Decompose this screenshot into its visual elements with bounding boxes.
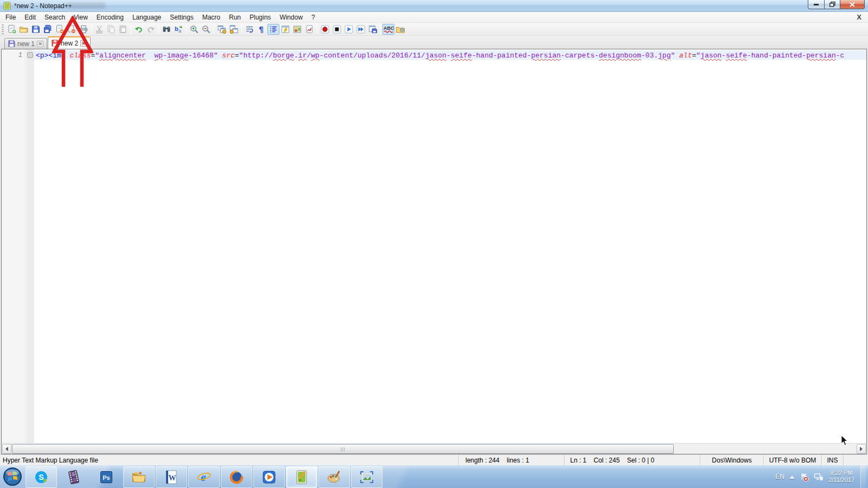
line-number: 1 (2, 52, 22, 59)
start-record-macro-button[interactable] (319, 24, 331, 35)
close-button[interactable] (840, 0, 865, 9)
find-button[interactable] (161, 24, 173, 35)
menu-help[interactable]: ? (307, 12, 320, 22)
sync-vertical-scroll-button[interactable] (216, 24, 228, 35)
open-file-button[interactable] (18, 24, 30, 35)
document-list-button[interactable] (303, 24, 315, 35)
show-all-characters-button[interactable]: ¶ (256, 24, 267, 35)
zoom-in-button[interactable] (188, 24, 200, 35)
playback-macro-button[interactable] (343, 24, 355, 35)
screenshot-tool-icon (359, 469, 375, 485)
menu-window[interactable]: Window (275, 12, 307, 22)
taskbar-word-button[interactable]: W (156, 466, 187, 488)
menu-edit[interactable]: Edit (20, 12, 40, 22)
word-wrap-button[interactable] (244, 24, 256, 35)
status-length-info: length : 244 lines : 1 (458, 455, 564, 465)
scroll-right-button[interactable] (857, 444, 866, 454)
menu-encoding[interactable]: Encoding (92, 12, 128, 22)
redo-button[interactable] (145, 24, 157, 35)
status-line-ending[interactable]: Dos\Windows (700, 455, 763, 465)
status-insert-mode[interactable]: INS (821, 455, 843, 465)
language-indicator[interactable]: EN (775, 473, 784, 480)
document-list-icon (304, 24, 314, 34)
cut-button[interactable] (93, 24, 105, 35)
skype-icon: S (33, 469, 49, 485)
taskbar-paint-button[interactable] (318, 466, 350, 488)
action-center-flag-icon[interactable] (800, 472, 809, 481)
menu-search[interactable]: Search (40, 12, 69, 22)
undo-button[interactable] (133, 24, 145, 35)
menu-bar: File Edit Search View Encoding Language … (0, 12, 868, 23)
menu-view[interactable]: View (69, 12, 92, 22)
document-map-button[interactable] (291, 24, 303, 35)
minimize-button[interactable] (808, 0, 825, 9)
menu-macro[interactable]: Macro (198, 12, 225, 22)
network-icon[interactable] (814, 472, 824, 481)
taskbar-explorer-button[interactable] (123, 466, 155, 488)
tab-close-icon[interactable]: ✕ (37, 41, 43, 47)
taskbar-notepad-plus-plus-button[interactable] (286, 466, 317, 488)
toolbar-separator (158, 24, 159, 34)
menu-plugins[interactable]: Plugins (245, 12, 275, 22)
save-icon (31, 24, 41, 34)
tab-new-2[interactable]: new 2 ✕ (48, 36, 91, 49)
spell-check-abc-icon: ABC (383, 24, 394, 34)
close-all-documents-button[interactable] (66, 24, 78, 35)
taskbar-media-player-button[interactable] (253, 466, 285, 488)
zoom-in-icon (189, 24, 199, 34)
scrollbar-thumb[interactable] (12, 444, 674, 454)
print-button[interactable] (78, 24, 90, 35)
zoom-out-button[interactable] (200, 24, 212, 35)
taskbar-internet-explorer-button[interactable]: e (188, 466, 220, 488)
save-button[interactable] (30, 24, 42, 35)
tab-new-1[interactable]: new 1 ✕ (4, 38, 47, 49)
taskbar-movie-maker-button[interactable] (58, 466, 90, 488)
taskbar-firefox-button[interactable] (221, 466, 252, 488)
status-encoding[interactable]: UTF-8 w/o BOM (763, 455, 821, 465)
close-document-button[interactable] (54, 24, 66, 35)
margin-marker (27, 52, 33, 58)
stop-record-macro-button[interactable] (331, 24, 343, 35)
scroll-left-button[interactable] (2, 444, 11, 454)
close-document-x[interactable]: X (854, 13, 864, 21)
sync-horizontal-scroll-button[interactable] (228, 24, 240, 35)
copy-button[interactable] (105, 24, 117, 35)
taskbar-screenshot-tool-button[interactable] (351, 466, 382, 488)
horizontal-scrollbar[interactable] (2, 443, 866, 454)
sync-vertical-scroll-icon (217, 24, 227, 34)
window-controls (808, 0, 865, 9)
show-indent-guide-button[interactable] (267, 24, 279, 35)
save-all-icon (43, 24, 53, 34)
fold-margin (26, 49, 34, 443)
menu-file[interactable]: File (1, 12, 20, 22)
start-button[interactable] (0, 465, 25, 488)
record-macro-icon (320, 24, 330, 34)
save-recorded-macro-button[interactable] (367, 24, 379, 35)
new-file-button[interactable] (6, 24, 18, 35)
left-arrow-icon (5, 447, 8, 451)
menu-language[interactable]: Language (128, 12, 165, 22)
close-document-icon (55, 24, 65, 34)
show-hidden-icons-chevron[interactable] (789, 473, 795, 479)
clock[interactable]: 8:22 PM 2/11/2017 (828, 470, 854, 484)
taskbar-photoshop-button[interactable]: Ps (91, 466, 122, 488)
menu-settings[interactable]: Settings (165, 12, 197, 22)
document-monitor-button[interactable] (394, 24, 406, 35)
paste-button[interactable] (117, 24, 129, 35)
undo-icon (134, 24, 144, 34)
cut-icon (94, 24, 104, 34)
spell-check-button[interactable]: ABC (382, 24, 394, 35)
function-completion-button[interactable] (279, 24, 291, 35)
replace-button[interactable]: ba (173, 24, 184, 35)
tab-close-icon[interactable]: ✕ (80, 40, 87, 47)
run-macro-multiple-times-button[interactable] (355, 24, 367, 35)
new-file-icon (7, 24, 17, 34)
indent-guide-icon (269, 24, 278, 34)
text-area[interactable]: 1 <p><img class="aligncenter wp-image-16… (2, 49, 866, 443)
status-padding (843, 455, 868, 465)
show-desktop-button[interactable] (860, 465, 866, 488)
restore-button[interactable] (825, 0, 840, 9)
taskbar-skype-button[interactable]: S (25, 466, 57, 488)
menu-run[interactable]: Run (225, 12, 245, 22)
save-all-button[interactable] (42, 24, 54, 35)
